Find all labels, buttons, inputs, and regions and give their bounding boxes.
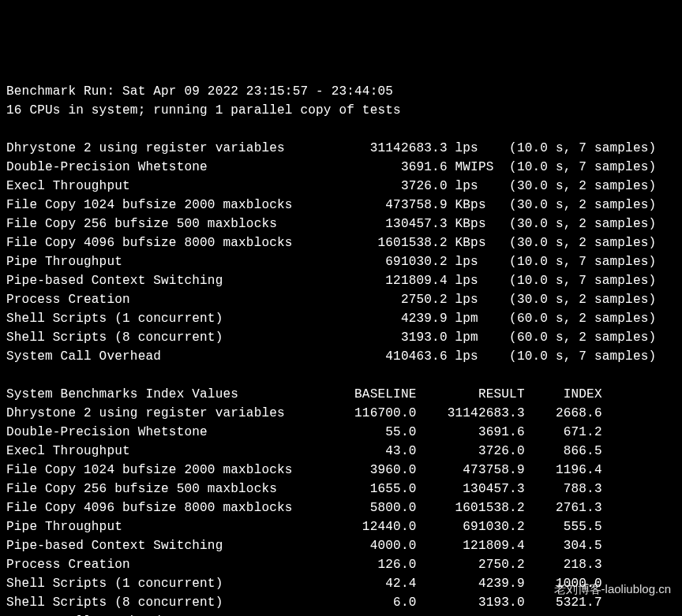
index-header-row: System Benchmarks Index Values BASELINE … [6, 387, 602, 401]
watermark-text: 老刘博客-laoliublog.cn [554, 581, 671, 599]
index-rows-block: Dhrystone 2 using register variables 116… [6, 406, 602, 616]
cpu-line: 16 CPUs in system; running 1 parallel co… [6, 103, 401, 118]
run-line: Benchmark Run: Sat Apr 09 2022 23:15:57 … [6, 84, 393, 99]
tests-block: Dhrystone 2 using register variables 311… [6, 141, 656, 364]
terminal-output: Benchmark Run: Sat Apr 09 2022 23:15:57 … [6, 82, 676, 616]
